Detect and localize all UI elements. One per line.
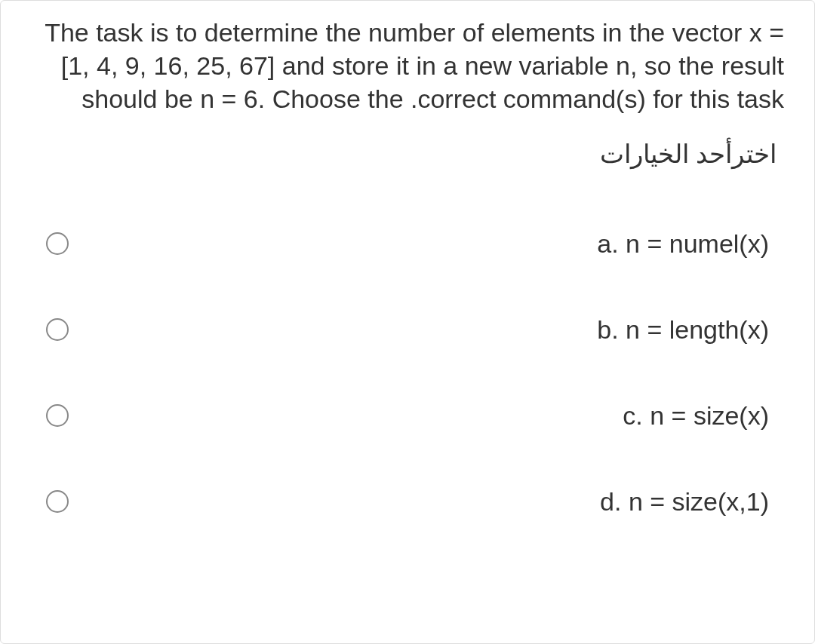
option-row-a[interactable]: a. n = numel(x)	[46, 229, 769, 259]
instruction-text: اخترأحد الخيارات	[23, 139, 792, 169]
option-row-b[interactable]: b. n = length(x)	[46, 315, 769, 345]
options-container: a. n = numel(x) b. n = length(x) c. n = …	[23, 214, 792, 517]
radio-b[interactable]	[46, 318, 69, 341]
option-label-d: d. n = size(x,1)	[600, 487, 769, 517]
option-label-c: c. n = size(x)	[623, 401, 769, 431]
question-text: The task is to determine the number of e…	[23, 16, 792, 116]
radio-d[interactable]	[46, 490, 69, 513]
option-label-b: b. n = length(x)	[597, 315, 769, 345]
radio-c[interactable]	[46, 404, 69, 427]
option-row-d[interactable]: d. n = size(x,1)	[46, 487, 769, 517]
question-card: The task is to determine the number of e…	[0, 0, 815, 644]
option-row-c[interactable]: c. n = size(x)	[46, 401, 769, 431]
option-label-a: a. n = numel(x)	[597, 229, 769, 259]
radio-a[interactable]	[46, 232, 69, 255]
